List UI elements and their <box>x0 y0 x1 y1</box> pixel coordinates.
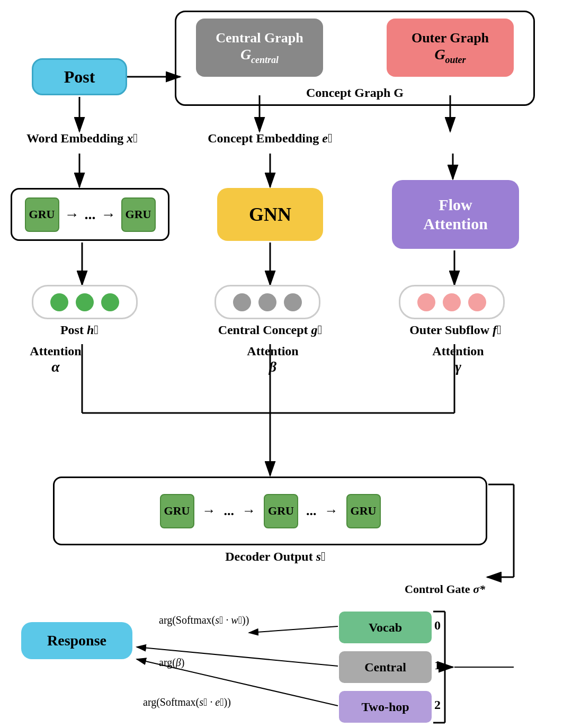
decoder-dots-1: ... <box>224 503 235 519</box>
decoder-arrow-3: → <box>325 503 338 519</box>
formula-2: arg(β) <box>159 657 184 669</box>
outer-graph-title: Outer Graph <box>412 30 489 46</box>
response-box: Response <box>21 622 132 659</box>
number-2: 2 <box>434 698 441 712</box>
post-h-label: Post h⃗ <box>26 323 132 337</box>
central-graph-box: Central Graph Gcentral <box>196 19 323 77</box>
outer-graph-symbol: Gouter <box>434 46 466 66</box>
gnn-box: GNN <box>217 188 323 241</box>
central-label-box: Central <box>339 651 432 683</box>
dot-pink-3 <box>468 293 486 311</box>
post-box: Post <box>32 58 127 95</box>
dot-green-3 <box>101 293 119 311</box>
central-graph-title: Central Graph <box>216 30 303 46</box>
decoder-arrow-1: → <box>202 503 216 519</box>
decoder-container: GRU → ... → GRU ... → GRU <box>53 477 487 545</box>
flow-attention-box: FlowAttention <box>392 180 519 249</box>
dot-green-2 <box>76 293 94 311</box>
dot-gray-1 <box>233 293 251 311</box>
gru-arrow-2: → <box>101 206 116 223</box>
attention-gamma-label: Attentionγ <box>408 344 508 375</box>
concept-graph-label: Concept Graph G <box>176 86 533 100</box>
outer-graph-box: Outer Graph Gouter <box>387 19 514 77</box>
post-h-dots <box>32 285 138 319</box>
twohop-box: Two-hop <box>339 691 432 723</box>
gru-encoder-container: GRU → ... → GRU <box>11 188 169 241</box>
gru-dots-1: ... <box>85 206 96 223</box>
number-1: 1 <box>434 658 441 672</box>
outer-subflow-label: Outer Subflow f⃗ <box>381 323 530 337</box>
formula-3: arg(Softmax(s⃗ · e⃗)) <box>143 696 231 708</box>
word-embedding-label: Word Embedding x⃗ <box>16 131 148 146</box>
post-label: Post <box>64 67 95 87</box>
gru-decoder-box1: GRU <box>160 494 194 528</box>
gru-encoder-box2: GRU <box>121 197 156 232</box>
dot-pink-1 <box>417 293 435 311</box>
diagram: Post Concept Graph G Central Graph Gcent… <box>0 0 572 728</box>
gru-decoder-box3: GRU <box>346 494 381 528</box>
outer-subflow-dots <box>399 285 505 319</box>
svg-line-20 <box>249 626 338 633</box>
control-gate-label: Control Gate σ* <box>360 582 530 596</box>
attention-beta-label: Attentionβ <box>222 344 323 375</box>
decoder-arrow-2: → <box>242 503 256 519</box>
attention-alpha-label: Attentionα <box>5 344 106 375</box>
decoder-dots-2: ... <box>306 503 317 519</box>
gru-decoder-box2: GRU <box>264 494 298 528</box>
central-concept-dots <box>215 285 320 319</box>
dot-gray-3 <box>284 293 302 311</box>
central-concept-label: Central Concept g⃗ <box>196 323 344 337</box>
formula-1: arg(Softmax(s⃗ · w⃗)) <box>159 614 249 626</box>
gru-arrow-1: → <box>65 206 79 223</box>
number-0: 0 <box>434 618 441 633</box>
decoder-output-label: Decoder Output s⃗ <box>175 550 376 564</box>
dot-gray-2 <box>258 293 276 311</box>
dot-green-1 <box>50 293 68 311</box>
concept-embedding-label: Concept Embedding e⃗ <box>196 131 344 146</box>
gru-encoder-box1: GRU <box>25 197 59 232</box>
vocab-box: Vocab <box>339 612 432 643</box>
central-graph-symbol: Gcentral <box>240 46 279 66</box>
dot-pink-2 <box>443 293 461 311</box>
